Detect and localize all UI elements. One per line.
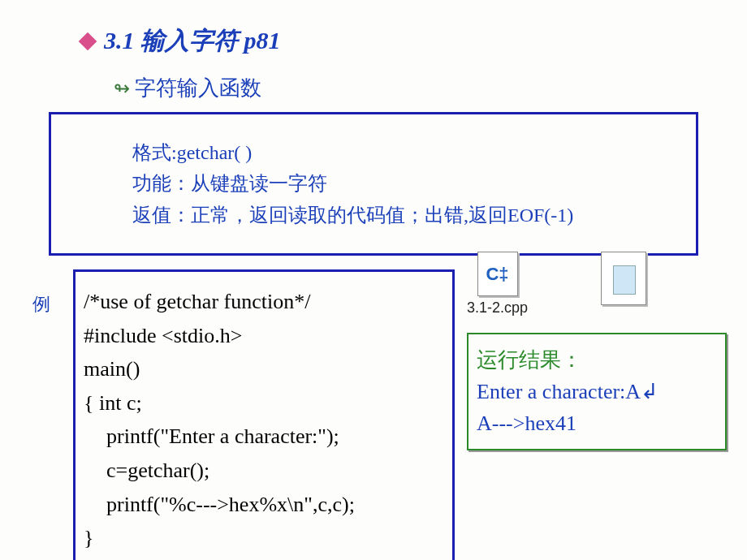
return-icon: ↲: [641, 380, 658, 403]
code-line: printf("%c--->hex%x\n",c,c);: [84, 488, 444, 522]
output-line: A--->hex41: [477, 407, 717, 439]
example-label: 例: [32, 292, 50, 317]
code-line: { int c;: [84, 386, 444, 420]
code-line: c=getchar();: [84, 454, 444, 488]
cpp-filename: 3.1-2.cpp: [467, 299, 528, 317]
cpp-icon-text: C‡: [486, 264, 508, 285]
cpp-file-icon: C‡: [477, 252, 518, 296]
info-line-format: 格式:getchar( ): [132, 137, 680, 168]
code-line: #include <stdio.h>: [84, 319, 444, 353]
slide-title-row: 3.1 输入字符 p81: [81, 24, 715, 58]
arrow-bullet-icon: ↬: [114, 77, 130, 100]
output-box: 运行结果： Enter a character:A↲ A--->hex41: [467, 333, 727, 450]
info-line-function: 功能：从键盘读一字符: [132, 168, 680, 199]
cpp-file-group[interactable]: C‡ 3.1-2.cpp: [467, 252, 528, 317]
subtitle-text: 字符输入函数: [135, 74, 261, 102]
info-line-return: 返值：正常，返回读取的代码值；出错,返回EOF(-1): [132, 200, 680, 230]
output-text: Enter a character:A: [477, 380, 641, 403]
output-title: 运行结果：: [477, 344, 717, 376]
code-line: }: [84, 521, 444, 555]
code-line: main(): [84, 352, 444, 386]
code-line: /*use of getchar function*/: [84, 285, 444, 319]
output-line: Enter a character:A↲: [477, 376, 717, 407]
diamond-bullet-icon: [79, 32, 97, 50]
document-icon[interactable]: [601, 252, 646, 305]
slide-title: 3.1 输入字符 p81: [104, 24, 281, 58]
code-box: /*use of getchar function*/ #include <st…: [73, 269, 455, 560]
subtitle-row: ↬ 字符输入函数: [114, 74, 715, 102]
code-line: printf("Enter a character:");: [84, 420, 444, 454]
function-info-box: 格式:getchar( ) 功能：从键盘读一字符 返值：正常，返回读取的代码值；…: [49, 112, 698, 256]
